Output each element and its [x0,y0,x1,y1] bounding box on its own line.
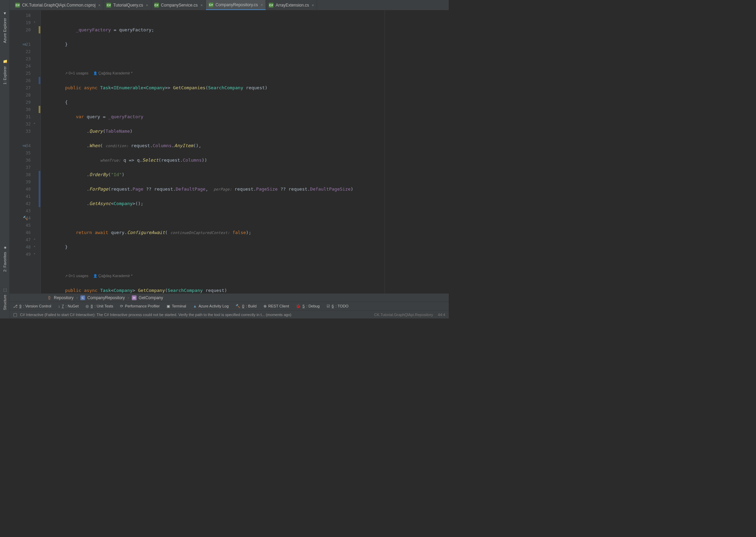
structure-icon: ⬚ [2,288,7,293]
class-icon: C [80,295,85,300]
line-number: 43 [10,207,40,214]
cs-icon: C# [269,3,273,8]
bug-icon: 🐞 [296,304,301,308]
tab-label: TutorialQuery.cs [113,3,143,8]
status-icon: ▢ [13,312,17,317]
breadcrumbs: {} Repository › C CompanyRepository › m … [10,293,449,302]
cs-icon: C# [209,2,213,7]
star-icon: ★ [2,245,7,250]
left-toolbar: Azure Explorer ▲ 1: Explorer 📁 2: Favori… [0,0,10,318]
close-icon[interactable]: × [146,3,148,7]
hammer-icon[interactable]: 🔨 [23,216,28,221]
checklist-icon: ☑ [327,304,330,308]
tab-companyrepository[interactable]: C# CompanyRepository.cs × [206,0,266,10]
cs-icon: C# [106,3,111,8]
target-icon: ◎ [86,304,89,308]
tab-label: CK.Tutorial.GraphQlApi.Common.csproj [22,3,96,8]
editor-tabs: C# CK.Tutorial.GraphQlApi.Common.csproj … [10,0,449,10]
line-number: 39 [10,178,40,185]
breadcrumb-class[interactable]: C CompanyRepository [78,295,128,300]
toolbar-azure-explorer[interactable]: Azure Explorer ▲ [2,10,8,44]
tab-label: CompanyService.cs [161,3,198,8]
hammer-icon: 🔨 [236,304,240,308]
line-number [10,135,40,142]
line-number: 44 🔨 [10,214,40,222]
code-lens[interactable]: ↗ 0+1 usages👤 Çağdaş Karademir * [43,70,449,77]
status-cursor-position[interactable]: 44:4 [438,313,445,317]
close-icon[interactable]: × [98,3,100,7]
line-number: 29 [10,99,40,106]
editor-area[interactable]: 18 19⌃ 20 21 ↑⊙ 22 23 24 25 26 27 28 29 … [10,10,449,293]
debug-button[interactable]: 🐞 5: Debug [296,304,320,308]
line-number: 33 [10,128,40,135]
line-number: 20 [10,26,40,33]
todo-button[interactable]: ☑ 6: TODO [327,304,349,308]
tab-csproj[interactable]: C# CK.Tutorial.GraphQlApi.Common.csproj … [12,0,103,10]
author-icon: 👤 [93,274,97,278]
namespace-icon: {} [47,295,52,300]
rest-client-button[interactable]: ⊕ REST Client [263,304,289,308]
line-number: 35 [10,149,40,156]
close-icon[interactable]: × [200,3,202,7]
code-area[interactable]: _queryFactory = queryFactory; } ↗ 0+1 us… [41,10,449,293]
line-number: 46 [10,229,40,236]
download-icon: ↓ [58,304,60,308]
branch-icon: ⎇ [13,304,18,308]
terminal-button[interactable]: ▣ Terminal [167,304,186,308]
author-icon: 👤 [93,71,97,75]
csproj-icon: C# [15,3,20,8]
tab-arrayextension[interactable]: C# ArrayExtension.cs × [266,0,317,10]
usages-icon: ↗ [65,71,68,75]
terminal-icon: ▣ [167,304,170,308]
line-number: 28 [10,91,40,99]
tab-label: ArrayExtension.cs [276,3,309,8]
close-icon[interactable]: × [312,3,314,7]
line-number: 42 [10,200,40,207]
status-message[interactable]: C# Interactive (Failed to start C# Inter… [20,313,291,317]
line-number: 24 [10,62,40,70]
tab-label: CompanyRepository.cs [216,2,258,7]
tab-companyservice[interactable]: C# CompanyService.cs × [151,0,206,10]
close-icon[interactable]: × [261,3,263,7]
status-bar: ▢ C# Interactive (Failed to start C# Int… [10,310,449,318]
usages-icon: ↗ [65,274,68,278]
nuget-button[interactable]: ↓ 7: NuGet [58,304,79,308]
breadcrumb-method[interactable]: m GetCompany [129,295,166,300]
line-number [10,33,40,41]
status-project[interactable]: CK.Tutorial.GraphQlApi.Repository [374,313,433,317]
line-number: 47⌃ [10,236,40,243]
gutter: 18 19⌃ 20 21 ↑⊙ 22 23 24 25 26 27 28 29 … [10,10,41,293]
build-button[interactable]: 🔨 0: Build [236,304,257,308]
line-number: 19⌃ [10,19,40,26]
line-number: 48⌃ [10,243,40,251]
unit-tests-button[interactable]: ◎ 8: Unit Tests [86,304,113,308]
line-number: 32⌃ [10,120,40,128]
method-icon: m [132,295,137,300]
implements-marker-icon[interactable]: ↑⊙ [22,144,26,148]
breadcrumb-namespace[interactable]: {} Repository [44,295,76,300]
folder-icon: 📁 [2,60,7,64]
line-number: 45 [10,222,40,229]
right-margin-indicator [385,10,385,293]
line-number: 23 [10,55,40,62]
tab-tutorialquery[interactable]: C# TutorialQuery.cs × [103,0,151,10]
implements-marker-icon[interactable]: ↑⊙ [22,42,26,46]
line-number: 26 [10,77,40,84]
azure-icon: ▲ [3,12,7,16]
version-control-button[interactable]: ⎇ 9: Version Control [13,304,51,308]
line-number: 40 [10,185,40,193]
toolbar-favorites[interactable]: 2: Favorites ★ [2,244,8,273]
toolbar-structure[interactable]: Structure ⬚ [2,287,8,312]
line-number: 34 ↑⊙ [10,142,40,149]
azure-log-button[interactable]: ▲ Azure Activity Log [193,304,229,308]
line-number: 38 [10,171,40,178]
line-number: 22 [10,48,40,55]
line-number: 36 [10,156,40,164]
line-number: 21 ↑⊙ [10,41,40,48]
profiler-button[interactable]: ⟳ Performance Profiler [120,304,160,308]
line-number: 41 [10,193,40,200]
toolbar-explorer[interactable]: 1: Explorer 📁 [2,58,8,86]
line-number: 18 [10,12,40,19]
code-lens[interactable]: ↗ 0+1 usages👤 Çağdaş Karademir * [43,272,449,280]
cs-icon: C# [154,3,159,8]
